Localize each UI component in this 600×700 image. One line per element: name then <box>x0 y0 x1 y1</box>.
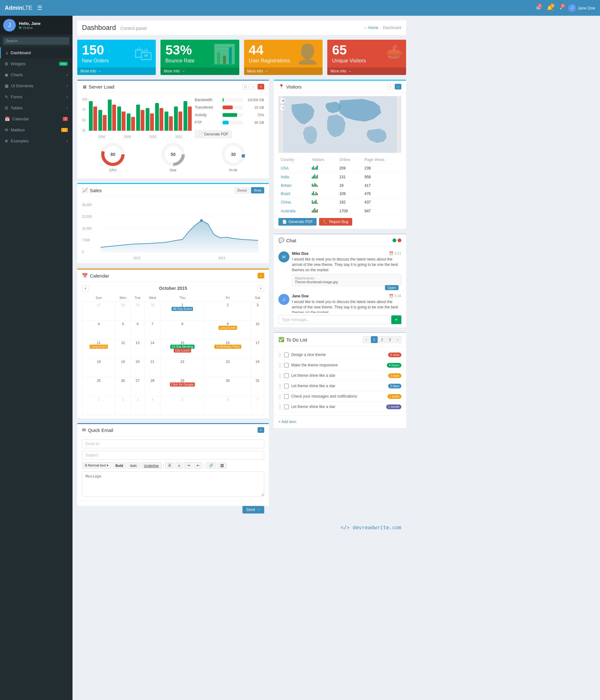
bounce-more-info[interactable]: More Info → <box>161 68 239 75</box>
green-bar <box>98 110 102 131</box>
orders-more-info[interactable]: More info → <box>77 68 156 75</box>
todo-checkbox[interactable] <box>284 352 289 357</box>
bug-icon: 🐛 <box>323 220 328 224</box>
brazil-link[interactable]: Brazil <box>281 192 290 196</box>
next-month-btn[interactable]: › <box>257 285 264 292</box>
todo-next-btn[interactable]: › <box>394 336 401 343</box>
todo-checkbox[interactable] <box>284 394 289 399</box>
cpu-label: CPU <box>100 168 125 172</box>
send-icon: → <box>257 507 260 512</box>
email-close-btn[interactable]: × <box>258 427 264 433</box>
add-todo-btn[interactable]: + Add item <box>279 418 296 426</box>
sidebar-item-calendar[interactable]: 📅 Calendar 3 <box>0 114 73 124</box>
calendar-add-btn[interactable]: + <box>258 273 264 278</box>
todo-checkbox[interactable] <box>284 363 289 368</box>
reg-more-info[interactable]: More info → <box>244 68 322 75</box>
drag-handle[interactable]: ⣿ <box>279 373 282 378</box>
sidebar-item-ui-elements[interactable]: ▦ UI Elements ‹ <box>0 80 73 91</box>
todo-page-3[interactable]: 3 <box>387 336 393 343</box>
sidebar-label-widgets: Widgets <box>11 61 26 66</box>
expand-btn[interactable]: □ <box>242 84 249 90</box>
todo-checkbox[interactable] <box>284 404 289 409</box>
report-bug-btn[interactable]: 🐛 Report Bug <box>319 218 352 226</box>
search-input[interactable] <box>3 37 69 45</box>
britain-link[interactable]: Britain <box>281 183 292 188</box>
todo-pagination: ‹ 1 2 3 › <box>363 336 401 343</box>
sidebar-label-charts: Charts <box>11 72 23 77</box>
todo-page-1[interactable]: 1 <box>371 336 378 343</box>
email-subject-input[interactable] <box>82 451 264 460</box>
sidebar-item-dashboard[interactable]: ⌂ Dashboard <box>0 47 73 58</box>
outdent-btn[interactable]: ⇤ <box>194 462 202 469</box>
table-row: Australia 1709 947 <box>279 207 401 216</box>
drag-handle[interactable]: ⣿ <box>279 404 282 409</box>
chat-input[interactable] <box>279 315 390 324</box>
indent-btn[interactable]: ⇥ <box>184 462 193 469</box>
todo-prev-btn[interactable]: ‹ <box>363 336 370 343</box>
prev-month-btn[interactable]: ‹ <box>82 285 89 292</box>
user-name: Jane Doe <box>578 6 595 10</box>
todo-item-text: Make the theme responsive <box>291 363 385 367</box>
visitors-collapse-btn[interactable]: − <box>387 84 393 90</box>
sidebar-toggle[interactable]: ☰ <box>37 4 42 11</box>
underline-btn[interactable]: Underline <box>141 462 162 469</box>
bold-btn[interactable]: Bold <box>113 462 126 469</box>
messages-btn[interactable]: ✉ 3 <box>535 3 542 12</box>
todo-page-2[interactable]: 2 <box>379 336 386 343</box>
visitors-expand-btn[interactable]: □ <box>395 84 401 90</box>
chat-send-btn[interactable]: + <box>391 315 401 324</box>
generate-pdf-btn[interactable]: 📄 Generate PDF <box>195 130 232 138</box>
sidebar-label-tables: Tables <box>11 105 23 110</box>
brazil-sparkline <box>312 191 318 195</box>
donut-tab[interactable]: Donut <box>235 187 249 194</box>
area-tab[interactable]: Area <box>251 187 264 194</box>
sidebar-item-examples[interactable]: ⊕ Examples ‹ <box>0 135 73 147</box>
normal-text-btn[interactable]: A Normal text ▾ <box>82 462 111 469</box>
sidebar-item-mailbox[interactable]: ✉ Mailbox 11 <box>0 124 73 135</box>
sidebar-item-forms[interactable]: ✎ Forms ‹ <box>0 91 73 102</box>
sidebar-item-widgets[interactable]: ⊞ Widgets new <box>0 58 73 69</box>
sales-icon: 📈 <box>82 188 88 193</box>
tasks-btn[interactable]: ✓ 8 <box>558 3 565 12</box>
india-link[interactable]: India <box>281 175 289 179</box>
notifications-btn[interactable]: 🔔 4 <box>545 3 555 12</box>
link-btn[interactable]: 🔗 <box>206 462 216 469</box>
todo-checkbox[interactable] <box>284 384 289 389</box>
visitors-more-info[interactable]: More info → <box>327 68 406 75</box>
ordered-list-btn[interactable]: ≡ <box>175 462 183 469</box>
australia-link[interactable]: Australia <box>281 209 296 213</box>
italic-btn[interactable]: italic <box>127 462 140 469</box>
email-to-input[interactable] <box>82 440 264 448</box>
country-header: Country <box>279 156 310 164</box>
close-btn[interactable]: × <box>258 84 264 90</box>
area-chart: 30,000 22,500 15,000 7,500 0 <box>82 203 264 260</box>
breadcrumb-home[interactable]: Home <box>368 26 378 30</box>
china-link[interactable]: China <box>281 200 291 204</box>
send-email-btn[interactable]: Send → <box>242 506 264 514</box>
drag-handle[interactable]: ⣿ <box>279 394 282 399</box>
red-bar <box>131 117 135 131</box>
email-message-textarea[interactable] <box>82 471 264 497</box>
drag-handle[interactable]: ⣿ <box>279 362 282 368</box>
drag-handle[interactable]: ⣿ <box>279 383 282 389</box>
x-axis-labels: 2006 2008 2010 2012 <box>89 135 192 139</box>
usa-link[interactable]: USA <box>281 166 289 170</box>
user-menu-btn[interactable]: J Jane Doe <box>568 4 595 12</box>
chat-attachment: Attachments: Theme-thumbnail-image.jpg O… <box>292 274 401 286</box>
open-attachment-btn[interactable]: Open <box>385 285 399 290</box>
china-pageviews: 437 <box>362 198 401 207</box>
todo-checkbox[interactable] <box>284 373 289 378</box>
sidebar-item-charts[interactable]: ◉ Charts ‹ <box>0 69 73 80</box>
generate-pdf-visitors-btn[interactable]: 📄 Generate PDF <box>279 218 316 226</box>
visitors-data-table: Country Visitors Online Page Views USA <box>279 156 401 216</box>
sidebar-item-tables[interactable]: ⊟ Tables ‹ <box>0 102 73 114</box>
collapse-btn[interactable]: − <box>250 84 256 90</box>
list-btn[interactable]: ☰ <box>165 462 174 469</box>
mike-name: Mike Doe <box>292 251 309 256</box>
red-bar <box>188 106 192 131</box>
table-row: 1 2 3 4 5 6 7 <box>82 396 264 415</box>
breadcrumb: ⌂ Home › Dashboard <box>364 26 401 30</box>
image-btn[interactable]: 🖼 <box>218 462 227 469</box>
main-content: Dashboard Control panel ⌂ Home › Dashboa… <box>73 16 411 542</box>
drag-handle[interactable]: ⣿ <box>279 352 282 357</box>
